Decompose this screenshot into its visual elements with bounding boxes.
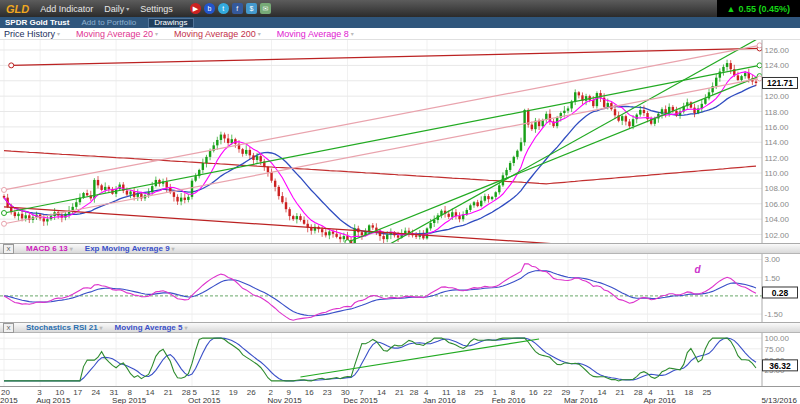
macd-panel-header: X MACD 6 13▾ Exp Moving Average 9▾ (0, 243, 800, 254)
legend-moving-average-20[interactable]: Moving Average 20▾ (76, 29, 158, 39)
drawing-handle[interactable] (2, 221, 7, 226)
add-to-portfolio-button[interactable]: Add to Portfolio (81, 18, 136, 27)
month-label: Aug 2015 (36, 396, 70, 404)
facebook-icon[interactable]: f (232, 3, 243, 14)
stoch-panel-header: X Stochastics RSI 21▾ Moving Average 5▾ (0, 322, 800, 333)
month-label: 2015 (0, 396, 18, 404)
month-label: Dec 2015 (343, 396, 377, 404)
axis-tick-label: 1.50 (765, 274, 781, 283)
ma200-line (4, 151, 756, 184)
date-tick: 14 (146, 388, 155, 397)
date-tick: 25 (702, 388, 711, 397)
chevron-down-icon: ▾ (70, 245, 73, 252)
channel-bottom[interactable] (4, 78, 760, 223)
date-tick: 28 (634, 388, 643, 397)
ma20-line (4, 85, 756, 234)
macd-chart[interactable]: 3.001.50-1.50d0.28 (0, 254, 800, 322)
axis-tick-label: 104.00 (765, 215, 790, 224)
mail-icon[interactable]: ✉ (260, 3, 271, 14)
timeframe-value: Daily (104, 4, 124, 14)
macd-annotation: d (695, 264, 702, 275)
macd-indicator-label[interactable]: MACD 6 13▾ (26, 244, 73, 253)
axis-tick-label: 124.00 (765, 61, 790, 70)
settings-menu[interactable]: Settings (140, 4, 173, 14)
date-tick: 16 (529, 388, 538, 397)
axis-tick-label: 106.00 (765, 200, 790, 209)
date-tick: 17 (73, 388, 82, 397)
app-logo[interactable]: GLD (6, 3, 29, 15)
uptrend-mid[interactable] (347, 76, 759, 242)
axis-tick-label: 120.00 (765, 92, 790, 101)
uptrend-long[interactable] (4, 65, 760, 213)
drawing-handle[interactable] (345, 240, 350, 243)
price-legend: Price History▾Moving Average 20▾Moving A… (0, 28, 800, 40)
svg-text:36.32: 36.32 (769, 361, 791, 371)
date-axis[interactable]: 2031017243181421285121926291623307142128… (0, 386, 800, 404)
end-date-label: 5/13/2016 (761, 396, 797, 404)
stoch-indicator-label[interactable]: Stochastics RSI 21▾ (26, 323, 103, 332)
chevron-down-icon: ▾ (57, 30, 60, 37)
chevron-down-icon: ▾ (100, 324, 103, 331)
youtube-icon[interactable]: ▶ (190, 3, 201, 14)
drawings-menu[interactable]: Drawings (148, 18, 193, 28)
month-label: Oct 2015 (188, 396, 220, 404)
date-tick: 14 (377, 388, 386, 397)
axis-tick-label: 114.00 (765, 138, 789, 147)
date-tick: 14 (598, 388, 607, 397)
month-label: Feb 2016 (492, 396, 526, 404)
last-price-badge: 121.71 (763, 77, 798, 88)
drawing-handle[interactable] (757, 76, 762, 81)
axis-tick-label: 112.00 (765, 154, 789, 163)
month-label: Nov 2015 (268, 396, 302, 404)
drawing-handle[interactable] (757, 63, 762, 68)
legend-moving-average-200[interactable]: Moving Average 200▾ (174, 29, 261, 39)
social-icons: ▶btf$✉ (190, 3, 271, 14)
chevron-down-icon: ▾ (155, 30, 158, 37)
date-tick: 18 (684, 388, 693, 397)
blog-icon[interactable]: b (204, 3, 215, 14)
ma8-line (4, 72, 756, 237)
svg-text:121.71: 121.71 (767, 78, 793, 88)
legend-price-history[interactable]: Price History▾ (4, 29, 60, 39)
add-indicator-label: Add Indicator (40, 4, 93, 14)
date-tick: 22 (543, 388, 552, 397)
macd-close-button[interactable]: X (3, 244, 14, 254)
legend-moving-average-8[interactable]: Moving Average 8▾ (277, 29, 354, 39)
drawing-handle[interactable] (9, 63, 14, 68)
month-label: Jan 2016 (423, 396, 456, 404)
stocktwits-icon[interactable]: $ (246, 3, 257, 14)
lower-trendline[interactable] (4, 207, 760, 243)
drawing-handle[interactable] (757, 43, 762, 48)
chevron-down-icon: ▾ (351, 30, 354, 37)
date-tick: 24 (91, 388, 100, 397)
symbol-name: SPDR Gold Trust (5, 18, 69, 27)
date-tick: 18 (457, 388, 466, 397)
drawing-handle[interactable] (2, 187, 7, 192)
axis-tick-label: 126.00 (765, 46, 790, 55)
add-indicator-button[interactable]: Add Indicator (40, 4, 93, 14)
date-tick: 21 (395, 388, 404, 397)
up-arrow-icon: ▲ (727, 4, 736, 14)
symbol-bar: SPDR Gold Trust Add to Portfolio Drawing… (0, 17, 800, 28)
axis-tick-label: 102.00 (765, 231, 790, 240)
stoch-close-button[interactable]: X (3, 323, 14, 333)
stoch-overlay-label[interactable]: Moving Average 5▾ (115, 323, 188, 332)
timeframe-dropdown[interactable]: Daily▾ (104, 4, 129, 14)
svg-text:0.28: 0.28 (772, 288, 789, 298)
price-chart[interactable]: 126.00124.00122.00120.00118.00116.00114.… (0, 40, 800, 243)
date-tick: 26 (247, 388, 256, 397)
settings-label: Settings (140, 4, 173, 14)
chevron-down-icon: ▾ (258, 30, 261, 37)
drawing-handle[interactable] (2, 211, 7, 216)
macd-overlay-label[interactable]: Exp Moving Average 9▾ (85, 244, 175, 253)
stoch-value-badge: 36.32 (763, 360, 798, 371)
price-change-indicator: ▲0.55 (0.45%) (717, 0, 800, 17)
date-tick: 19 (229, 388, 238, 397)
axis-tick-label: -1.50 (765, 310, 784, 319)
stochastics-chart[interactable]: 100.0075.0050.0025.0036.32 (0, 333, 800, 386)
axis-tick-label: 118.00 (765, 108, 789, 117)
month-label: Mar 2016 (564, 396, 598, 404)
date-tick: 21 (164, 388, 173, 397)
charting-app: GLD Add Indicator Daily▾ Settings ▶btf$✉… (0, 0, 800, 404)
twitter-icon[interactable]: t (218, 3, 229, 14)
